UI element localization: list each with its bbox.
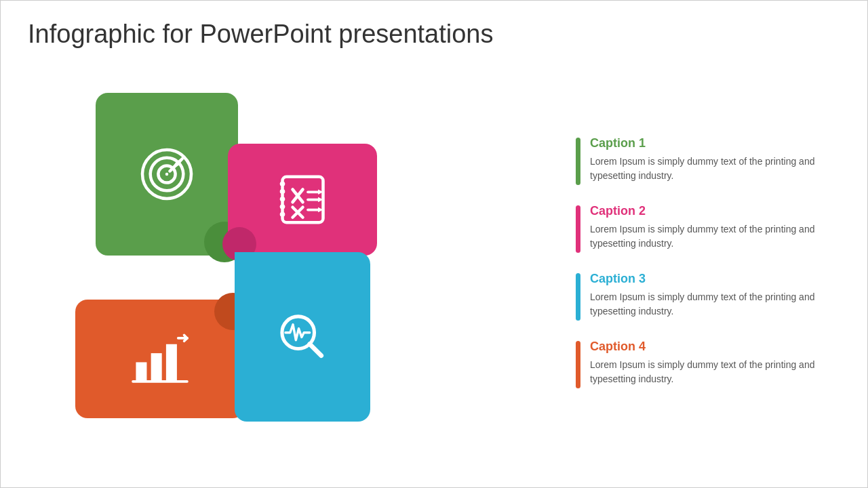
caption-3-title: Caption 3 xyxy=(590,272,827,286)
caption-1-text-block: Caption 1Lorem Ipsum is simply dummy tex… xyxy=(590,136,827,183)
caption-1: Caption 1Lorem Ipsum is simply dummy tex… xyxy=(576,136,827,185)
quadrant-target xyxy=(96,93,238,256)
svg-line-30 xyxy=(309,344,321,355)
chart-icon xyxy=(130,332,191,386)
caption-2-text-block: Caption 2Lorem Ipsum is simply dummy tex… xyxy=(590,204,827,251)
caption-3-bar xyxy=(576,273,580,321)
caption-1-body: Lorem Ipsum is simply dummy text of the … xyxy=(590,155,827,183)
caption-2-title: Caption 2 xyxy=(590,204,827,218)
caption-3: Caption 3Lorem Ipsum is simply dummy tex… xyxy=(576,272,827,321)
svg-rect-10 xyxy=(279,205,285,209)
svg-rect-9 xyxy=(279,197,285,201)
strategy-icon xyxy=(277,174,328,225)
caption-4-title: Caption 4 xyxy=(590,340,827,354)
svg-rect-7 xyxy=(279,182,285,186)
caption-4-body: Lorem Ipsum is simply dummy text of the … xyxy=(590,358,827,386)
captions-list: Caption 1Lorem Ipsum is simply dummy tex… xyxy=(576,136,827,388)
icon-grid xyxy=(55,93,340,432)
search-icon xyxy=(274,308,332,366)
caption-2-bar xyxy=(576,205,580,253)
caption-2: Caption 2Lorem Ipsum is simply dummy tex… xyxy=(576,204,827,253)
svg-rect-11 xyxy=(279,212,285,216)
page-title: Infographic for PowerPoint presentations xyxy=(1,1,867,56)
quadrant-search xyxy=(235,252,370,422)
target-icon xyxy=(136,144,197,205)
caption-3-body: Lorem Ipsum is simply dummy text of the … xyxy=(590,290,827,319)
svg-rect-8 xyxy=(279,190,285,194)
caption-4: Caption 4Lorem Ipsum is simply dummy tex… xyxy=(576,340,827,388)
svg-rect-23 xyxy=(151,353,162,380)
quadrant-chart xyxy=(75,300,245,418)
caption-1-bar xyxy=(576,138,580,185)
svg-rect-22 xyxy=(136,362,146,380)
caption-2-body: Lorem Ipsum is simply dummy text of the … xyxy=(590,222,827,251)
caption-4-bar xyxy=(576,341,580,388)
svg-rect-24 xyxy=(166,344,177,380)
caption-3-text-block: Caption 3Lorem Ipsum is simply dummy tex… xyxy=(590,272,827,319)
caption-1-title: Caption 1 xyxy=(590,136,827,150)
quadrant-strategy xyxy=(228,144,377,256)
caption-4-text-block: Caption 4Lorem Ipsum is simply dummy tex… xyxy=(590,340,827,386)
content-area: Caption 1Lorem Ipsum is simply dummy tex… xyxy=(1,56,867,476)
